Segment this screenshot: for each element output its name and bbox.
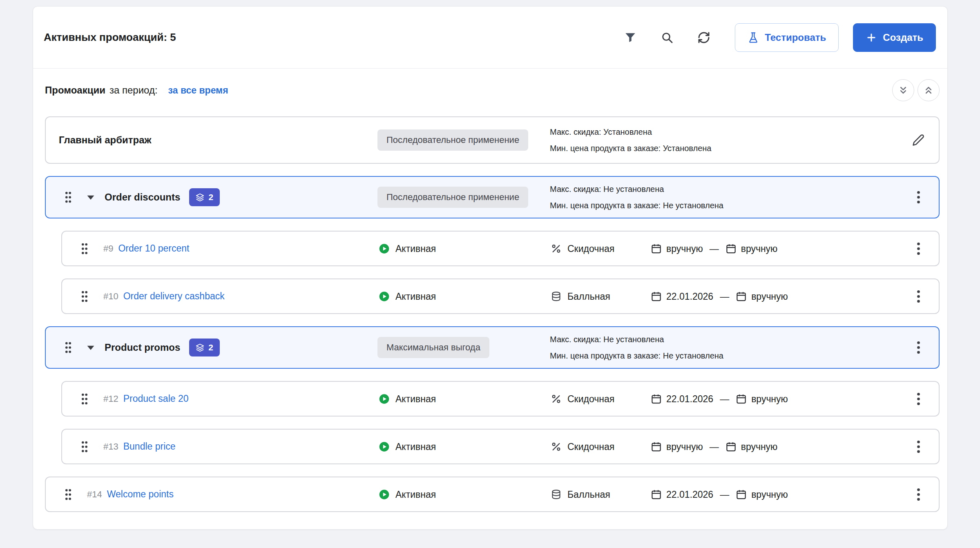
promo-id: #14 xyxy=(87,489,102,500)
double-chevron-up-icon xyxy=(923,85,934,96)
collapse-toggle[interactable] xyxy=(87,195,95,200)
expand-all-button[interactable] xyxy=(892,79,914,101)
promo-name-link[interactable]: Order delivery cashback xyxy=(123,291,225,302)
min-price-text: Мин. цена продукта в заказе: Не установл… xyxy=(550,348,723,364)
start-date: вручную xyxy=(666,441,703,452)
group-name: Product promos xyxy=(105,342,180,353)
kebab-menu-icon xyxy=(917,341,920,354)
date-separator: — xyxy=(720,291,729,302)
calendar-icon xyxy=(726,243,737,254)
promo-id: #9 xyxy=(103,243,113,254)
calendar-icon xyxy=(651,291,662,302)
play-circle-icon xyxy=(379,243,390,254)
drag-dots-icon xyxy=(65,341,72,354)
collapse-controls xyxy=(892,79,940,101)
type-cell: Балльная xyxy=(551,291,610,302)
drag-dots-icon xyxy=(65,191,72,203)
min-price-text: Мин. цена продукта в заказе: Установлена xyxy=(550,140,711,156)
play-circle-icon xyxy=(379,291,390,302)
promo-name-link[interactable]: Bundle price xyxy=(123,441,176,452)
layers-icon xyxy=(196,343,204,352)
drag-handle[interactable] xyxy=(81,243,88,255)
constraints-block: Макс. скидка: Установлена Мин. цена прод… xyxy=(550,124,711,156)
search-button[interactable] xyxy=(659,29,675,46)
apply-mode-pill: Последовательное применение xyxy=(377,187,528,208)
layers-icon xyxy=(196,193,204,202)
group-count: 2 xyxy=(208,192,213,202)
start-date: вручную xyxy=(666,243,703,254)
row-menu-button[interactable] xyxy=(909,483,928,506)
promotion-list: Главный арбитраж Последовательное примен… xyxy=(45,116,940,512)
edit-arbitration-button[interactable] xyxy=(909,129,928,151)
plus-icon xyxy=(866,32,877,43)
test-button[interactable]: Тестировать xyxy=(735,23,839,52)
group-name: Order discounts xyxy=(105,192,180,203)
row-menu-button[interactable] xyxy=(909,388,928,410)
kebab-menu-icon xyxy=(917,191,920,204)
start-date: 22.01.2026 xyxy=(666,393,713,404)
percent-icon xyxy=(551,393,562,404)
drag-handle[interactable] xyxy=(81,441,88,453)
drag-handle[interactable] xyxy=(81,393,88,405)
caret-down-icon xyxy=(87,195,95,200)
calendar-icon xyxy=(651,489,662,500)
create-button[interactable]: Создать xyxy=(853,23,936,52)
refresh-button[interactable] xyxy=(696,29,712,46)
constraints-block: Макс. скидка: Не установлена Мин. цена п… xyxy=(550,331,723,364)
row-menu-button[interactable] xyxy=(909,435,928,458)
drag-handle[interactable] xyxy=(81,290,88,303)
drag-dots-icon xyxy=(81,441,88,453)
type-label: Скидочная xyxy=(567,243,614,254)
group-count-badge: 2 xyxy=(189,188,220,206)
type-label: Балльная xyxy=(567,291,610,302)
period-value-link[interactable]: за все время xyxy=(168,85,228,96)
percent-icon xyxy=(551,441,562,452)
percent-icon xyxy=(551,243,562,254)
end-date: вручную xyxy=(751,291,788,302)
header-actions: Тестировать Создать xyxy=(735,23,936,52)
row-menu-button[interactable] xyxy=(909,237,928,260)
end-date: вручную xyxy=(751,393,788,404)
page-title: Активных промоакций: 5 xyxy=(44,31,176,44)
group-row: Product promos 2 Максимальная выгода Мак… xyxy=(45,326,940,369)
coins-icon xyxy=(551,291,562,302)
promo-id: #13 xyxy=(103,441,118,452)
header-icon-group xyxy=(622,29,712,46)
promotions-panel: Активных промоакций: 5 Тестировать Созда… xyxy=(33,6,948,530)
constraints-block: Макс. скидка: Не установлена Мин. цена п… xyxy=(550,181,723,214)
pencil-icon xyxy=(912,134,924,146)
coins-icon xyxy=(551,489,562,500)
collapse-all-button[interactable] xyxy=(917,79,940,101)
filter-button[interactable] xyxy=(622,29,638,46)
promo-name-link[interactable]: Order 10 percent xyxy=(118,243,189,254)
row-menu-button[interactable] xyxy=(909,336,928,359)
play-circle-icon xyxy=(379,393,390,404)
dates-cell: 22.01.2026 — вручную xyxy=(651,489,788,500)
promo-name-link[interactable]: Welcome points xyxy=(107,489,174,500)
type-label: Скидочная xyxy=(567,441,614,452)
play-circle-icon xyxy=(379,441,390,452)
date-separator: — xyxy=(720,393,729,404)
type-cell: Скидочная xyxy=(551,393,614,404)
drag-handle[interactable] xyxy=(65,488,72,501)
drag-handle[interactable] xyxy=(65,341,72,354)
calendar-icon xyxy=(736,291,747,302)
group-row: Order discounts 2 Последовательное приме… xyxy=(45,176,940,218)
max-discount-text: Макс. скидка: Не установлена xyxy=(550,331,723,348)
calendar-icon xyxy=(736,393,747,404)
collapse-toggle[interactable] xyxy=(87,345,95,350)
status-label: Активная xyxy=(395,393,436,404)
drag-dots-icon xyxy=(81,290,88,303)
calendar-icon xyxy=(651,441,662,452)
row-menu-button[interactable] xyxy=(909,285,928,308)
drag-handle[interactable] xyxy=(65,191,72,203)
row-menu-button[interactable] xyxy=(909,186,928,209)
type-cell: Скидочная xyxy=(551,441,614,452)
dates-cell: 22.01.2026 — вручную xyxy=(651,393,788,404)
group-count-badge: 2 xyxy=(189,339,220,356)
promo-name-link[interactable]: Product sale 20 xyxy=(123,393,189,404)
period-toolbar: Промоакции за период: за все время xyxy=(45,72,940,109)
caret-down-icon xyxy=(87,345,95,350)
type-cell: Скидочная xyxy=(551,243,614,254)
refresh-icon xyxy=(697,31,710,44)
